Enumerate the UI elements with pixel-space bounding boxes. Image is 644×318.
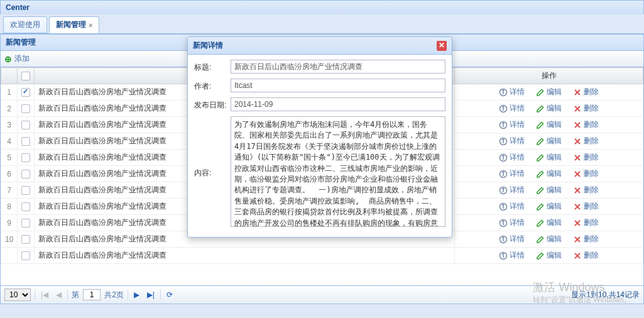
add-button[interactable]: 添加: [14, 53, 30, 64]
row-number: 6: [1, 166, 18, 182]
refresh-button[interactable]: ⟳: [165, 290, 175, 299]
page-label-prefix: 第: [72, 290, 79, 300]
first-page-button[interactable]: |◀: [39, 290, 50, 299]
detail-button[interactable]: 详情: [499, 136, 525, 146]
col-actions: 操作: [455, 68, 643, 84]
last-page-button[interactable]: ▶|: [145, 290, 156, 299]
prev-page-button[interactable]: ◀: [54, 290, 63, 299]
dialog-title: 新闻详情: [193, 40, 223, 51]
svg-point-16: [503, 172, 504, 173]
row-checkbox[interactable]: [21, 104, 30, 113]
delete-button[interactable]: 删除: [573, 250, 599, 261]
detail-button[interactable]: 详情: [499, 103, 525, 114]
svg-point-7: [503, 123, 504, 124]
close-icon[interactable]: ×: [89, 21, 92, 29]
edit-button[interactable]: 编辑: [536, 136, 562, 146]
detail-button[interactable]: 详情: [499, 87, 525, 97]
label-author: 作者:: [194, 79, 227, 92]
title-field[interactable]: [231, 60, 445, 74]
detail-button[interactable]: 详情: [499, 234, 525, 244]
edit-button[interactable]: 编辑: [536, 234, 562, 244]
col-checkbox[interactable]: [18, 68, 35, 84]
checkbox-icon[interactable]: [21, 72, 30, 80]
row-checkbox[interactable]: [21, 153, 30, 162]
edit-button[interactable]: 编辑: [536, 201, 562, 212]
edit-button[interactable]: 编辑: [536, 119, 562, 130]
detail-button[interactable]: 详情: [499, 217, 525, 228]
tab-welcome[interactable]: 欢迎使用: [3, 16, 47, 33]
row-number: [1, 248, 18, 264]
delete-button[interactable]: 删除: [573, 217, 599, 228]
date-field[interactable]: [231, 97, 445, 111]
label-date: 发布日期:: [194, 97, 227, 111]
page-input[interactable]: [83, 289, 101, 300]
next-page-button[interactable]: ▶: [132, 290, 141, 299]
delete-button[interactable]: 删除: [573, 87, 599, 97]
svg-point-13: [503, 155, 504, 156]
content-field[interactable]: [231, 116, 445, 227]
row-checkbox[interactable]: [21, 170, 30, 178]
delete-button[interactable]: 删除: [573, 201, 599, 212]
edit-button[interactable]: 编辑: [536, 185, 562, 195]
row-checkbox[interactable]: [21, 235, 30, 244]
author-field[interactable]: [231, 79, 445, 92]
svg-point-19: [503, 188, 504, 189]
detail-button[interactable]: 详情: [499, 119, 525, 130]
col-rownum: [1, 68, 18, 84]
page-total-label: 共2页: [104, 290, 124, 300]
tab-label: 新闻管理: [56, 19, 86, 30]
close-icon[interactable]: ✕: [437, 41, 447, 51]
detail-button[interactable]: 详情: [499, 250, 525, 261]
row-checkbox[interactable]: [21, 186, 30, 195]
detail-button[interactable]: 详情: [499, 201, 525, 212]
row-number: 4: [1, 133, 18, 150]
delete-button[interactable]: 删除: [573, 136, 599, 146]
tab-news-manage[interactable]: 新闻管理×: [49, 16, 99, 33]
dialog-header[interactable]: 新闻详情 ✕: [188, 37, 452, 55]
row-title: 新政百日后山西临汾房地产业情况调查: [35, 248, 455, 264]
label-content: 内容:: [194, 165, 227, 178]
row-checkbox[interactable]: [21, 137, 30, 146]
detail-button[interactable]: 详情: [499, 168, 525, 179]
center-header: Center: [0, 0, 644, 14]
edit-button[interactable]: 编辑: [536, 152, 562, 163]
tab-label: 欢迎使用: [10, 19, 40, 30]
edit-button[interactable]: 编辑: [536, 250, 562, 261]
row-number: 8: [1, 199, 18, 215]
news-detail-dialog: 新闻详情 ✕ 标题: 作者: 发布日期: 内容:: [187, 36, 452, 238]
svg-point-31: [503, 253, 504, 255]
svg-point-10: [503, 139, 504, 140]
row-number: 2: [1, 101, 18, 117]
pager-summary: 显示1到10,共14记录: [571, 290, 640, 300]
edit-button[interactable]: 编辑: [536, 103, 562, 114]
edit-button[interactable]: 编辑: [536, 168, 562, 179]
pager: 10 |◀ ◀ 第 共2页 ▶ ▶| ⟳ 显示1到10,共14记录: [1, 285, 643, 304]
row-checkbox[interactable]: [21, 88, 30, 97]
edit-button[interactable]: 编辑: [536, 217, 562, 228]
delete-button[interactable]: 删除: [573, 185, 599, 195]
delete-button[interactable]: 删除: [573, 103, 599, 114]
svg-point-22: [503, 204, 504, 206]
delete-button[interactable]: 删除: [573, 119, 599, 130]
svg-point-4: [503, 106, 504, 107]
row-checkbox[interactable]: [21, 202, 30, 211]
detail-button[interactable]: 详情: [499, 185, 525, 195]
table-row[interactable]: 新政百日后山西临汾房地产业情况调查详情编辑删除: [1, 248, 643, 264]
row-checkbox[interactable]: [21, 121, 30, 129]
row-number: 10: [1, 231, 18, 248]
page-size-select[interactable]: 10: [4, 288, 31, 301]
detail-button[interactable]: 详情: [499, 152, 525, 163]
edit-button[interactable]: 编辑: [536, 87, 562, 97]
delete-button[interactable]: 删除: [573, 168, 599, 179]
row-checkbox[interactable]: [21, 219, 30, 228]
row-number: 5: [1, 150, 18, 166]
add-icon: ⊕: [4, 54, 12, 64]
tab-bar: 欢迎使用 新闻管理×: [0, 14, 644, 34]
delete-button[interactable]: 删除: [573, 152, 599, 163]
delete-button[interactable]: 删除: [573, 234, 599, 244]
svg-point-28: [503, 237, 504, 238]
row-checkbox[interactable]: [21, 251, 30, 260]
row-number: 1: [1, 84, 18, 101]
row-number: 7: [1, 182, 18, 199]
row-number: 9: [1, 215, 18, 231]
